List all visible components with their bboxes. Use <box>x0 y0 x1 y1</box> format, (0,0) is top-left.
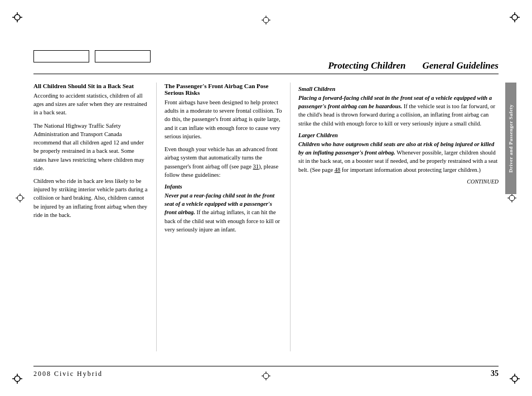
col1-para2: The National Highway Traffic Safety Admi… <box>33 122 148 172</box>
column-3: Small Children Placing a forward-facing … <box>290 83 499 351</box>
col3-small-children-text: Placing a forward-facing child seat in t… <box>298 94 499 128</box>
reg-mark-top <box>262 16 270 25</box>
col3-larger-children-text: Children who have outgrown child seats a… <box>298 140 499 174</box>
page-link-48[interactable]: 48 <box>335 167 341 173</box>
header-title-protecting-children: Protecting Children <box>328 60 405 71</box>
reg-mark-right <box>507 194 516 202</box>
continued-label: CONTINUED <box>298 178 499 185</box>
side-tab: Driver and Passenger Safety <box>505 83 516 194</box>
corner-mark-br <box>510 374 520 384</box>
svg-point-20 <box>263 17 269 23</box>
page-container: Protecting Children General Guidelines D… <box>0 0 532 396</box>
corner-mark-tr <box>510 12 520 22</box>
svg-point-15 <box>512 376 518 381</box>
col1-section-title: All Children Should Sit in a Back Seat <box>33 83 148 89</box>
footer-model: 2008 Civic Hybrid <box>33 370 103 378</box>
col2-intro: Front airbags have been designed to help… <box>165 98 282 141</box>
corner-mark-bl <box>12 374 22 384</box>
col2-infants-title: Infants <box>165 183 282 190</box>
page-footer: 2008 Civic Hybrid 35 <box>33 366 499 378</box>
col1-para1: According to accident statistics, childr… <box>33 91 148 117</box>
column-2: The Passenger's Front Airbag Can Pose Se… <box>156 83 290 351</box>
svg-point-10 <box>14 376 20 381</box>
svg-point-5 <box>512 15 518 20</box>
page-link-31[interactable]: 31 <box>253 163 259 170</box>
page-header: Protecting Children General Guidelines <box>33 60 499 74</box>
reg-mark-left <box>16 194 25 202</box>
header-title-general-guidelines: General Guidelines <box>423 60 499 71</box>
svg-point-30 <box>509 195 515 201</box>
svg-point-0 <box>14 15 20 20</box>
col2-infants-text: Never put a rear-facing child seat in th… <box>165 191 282 234</box>
col2-section-title: The Passenger's Front Airbag Can Pose Se… <box>165 83 282 96</box>
content-area: All Children Should Sit in a Back Seat A… <box>33 83 499 351</box>
svg-point-25 <box>17 195 23 201</box>
corner-mark-tl <box>12 12 22 22</box>
col2-para2: Even though your vehicle has an advanced… <box>165 145 282 179</box>
col3-larger-children-title: Larger Children <box>298 132 499 138</box>
col1-para3: Children who ride in back are less likel… <box>33 177 148 219</box>
column-1: All Children Should Sit in a Back Seat A… <box>33 83 156 351</box>
side-tab-label: Driver and Passenger Safety <box>508 104 514 172</box>
footer-page-number: 35 <box>491 369 499 378</box>
col3-small-children-title: Small Children <box>298 86 499 92</box>
